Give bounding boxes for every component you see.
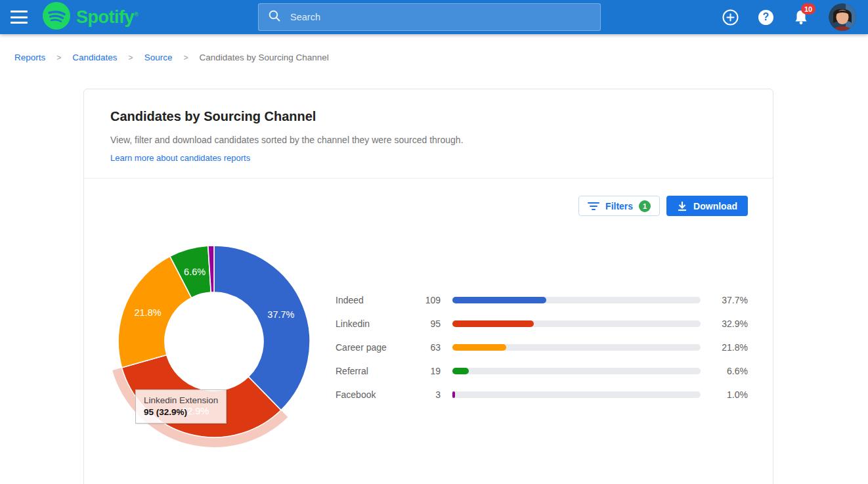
channel-name: Linkedin: [336, 319, 409, 329]
filters-count-badge: 1: [639, 200, 651, 212]
channel-bar-track: [452, 391, 701, 398]
breadcrumb-separator: >: [183, 53, 188, 62]
channel-name: Career page: [336, 342, 409, 353]
report-card: Candidates by Sourcing Channel View, fil…: [83, 89, 773, 484]
channel-bar-track: [452, 344, 701, 351]
spotify-logo[interactable]: Spotify®: [42, 1, 138, 33]
channel-bar-track: [452, 368, 701, 374]
channel-bar-fill: [452, 320, 534, 327]
tooltip-value: 95 (32.9%): [144, 407, 218, 417]
channel-row: Facebook31.0%: [336, 383, 748, 407]
channel-bar-list: Indeed10937.7%Linkedin9532.9%Career page…: [336, 288, 748, 450]
chart-tooltip: Linkedin Extension 95 (32.9%): [135, 389, 227, 424]
channel-row: Referral196.6%: [336, 359, 748, 383]
channel-bar-fill: [452, 391, 455, 398]
breadcrumb-link[interactable]: Candidates: [72, 53, 117, 62]
channel-name: Facebook: [336, 389, 409, 400]
channel-name: Referral: [336, 366, 409, 376]
channel-row: Indeed10937.7%: [336, 288, 748, 312]
breadcrumb-separator: >: [56, 53, 61, 62]
breadcrumb-current: Candidates by Sourcing Channel: [199, 53, 328, 62]
search-icon: [268, 9, 281, 25]
menu-icon[interactable]: [11, 11, 28, 24]
download-button-label: Download: [693, 201, 737, 211]
learn-more-link[interactable]: Learn more about candidates reports: [110, 153, 250, 163]
report-body: Filters 1 Download 37.7%32.9%21.8%6.6%: [84, 179, 773, 476]
topbar-actions: ? 10: [722, 0, 856, 34]
notifications-badge: 10: [801, 3, 815, 14]
channel-count: 19: [409, 366, 441, 376]
channel-bar-fill: [452, 297, 546, 303]
filter-icon: [588, 202, 599, 211]
channel-row: Linkedin9532.9%: [336, 312, 748, 336]
channel-count: 63: [409, 342, 441, 353]
donut-chart[interactable]: 37.7%32.9%21.8%6.6% Linkedin Extension 9…: [106, 233, 322, 450]
search-input[interactable]: [290, 12, 591, 22]
channel-bar-track: [452, 320, 701, 327]
help-button[interactable]: ?: [758, 10, 773, 25]
channel-percent: 6.6%: [710, 366, 748, 376]
channel-name: Indeed: [336, 295, 409, 305]
brand-wordmark: Spotify®: [76, 7, 138, 28]
plus-circle-icon: [722, 9, 739, 26]
report-description: View, filter and download candidates sor…: [110, 135, 747, 145]
breadcrumb-link[interactable]: Reports: [14, 53, 45, 62]
spotify-logo-icon: [42, 1, 71, 33]
slice-label: 21.8%: [134, 307, 161, 318]
channel-count: 109: [409, 295, 441, 305]
slice-label: 6.6%: [184, 267, 206, 277]
page-title: Candidates by Sourcing Channel: [110, 109, 747, 124]
add-button[interactable]: [722, 9, 739, 26]
donut-slice-indeed[interactable]: [214, 246, 310, 410]
report-actions: Filters 1 Download: [109, 196, 748, 216]
report-header: Candidates by Sourcing Channel View, fil…: [84, 89, 773, 178]
filters-button[interactable]: Filters 1: [578, 196, 660, 216]
breadcrumb-link[interactable]: Source: [144, 53, 173, 62]
notifications-button[interactable]: 10: [793, 9, 809, 26]
channel-percent: 21.8%: [710, 342, 748, 353]
chart-area: 37.7%32.9%21.8%6.6% Linkedin Extension 9…: [109, 233, 748, 450]
top-app-bar: Spotify® ? 10: [0, 0, 868, 34]
question-mark-icon: ?: [758, 10, 773, 25]
channel-row: Career page6321.8%: [336, 336, 748, 359]
channel-count: 3: [409, 389, 441, 400]
channel-bar-fill: [452, 368, 469, 374]
tooltip-series-name: Linkedin Extension: [144, 395, 218, 405]
channel-percent: 37.7%: [710, 295, 748, 305]
channel-count: 95: [409, 319, 441, 329]
main-content: Candidates by Sourcing Channel View, fil…: [83, 89, 868, 484]
global-search[interactable]: [258, 3, 601, 31]
breadcrumb-separator: >: [129, 53, 133, 62]
channel-percent: 1.0%: [710, 389, 748, 400]
download-icon: [677, 201, 687, 211]
channel-percent: 32.9%: [710, 319, 748, 329]
filters-button-label: Filters: [605, 201, 633, 211]
user-avatar[interactable]: [829, 3, 856, 31]
channel-bar-fill: [452, 344, 506, 351]
slice-label: 37.7%: [267, 309, 294, 320]
download-button[interactable]: Download: [666, 196, 748, 216]
breadcrumb: Reports>Candidates>Source>Candidates by …: [0, 34, 868, 62]
channel-bar-track: [452, 297, 701, 303]
